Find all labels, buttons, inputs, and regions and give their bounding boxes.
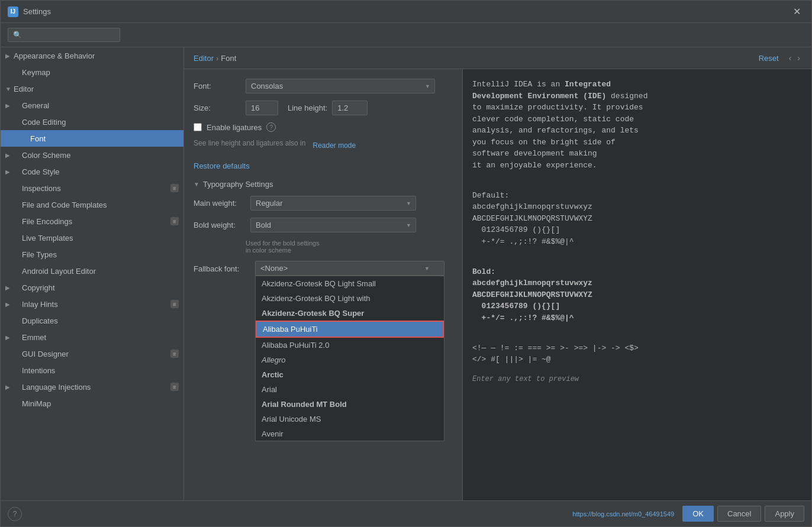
dropdown-item-selected[interactable]: Alibaba PuHuiTi: [256, 321, 444, 338]
bold-hint: Used for the bold settings in color sche…: [246, 240, 453, 254]
fallback-font-select[interactable]: <None> ▼: [255, 261, 444, 276]
sidebar-item-font[interactable]: Font: [1, 130, 183, 147]
expand-arrow-icon: ▶: [5, 53, 14, 59]
expand-arrow-icon: ▶: [5, 102, 14, 109]
bold-weight-select[interactable]: Bold: [250, 218, 416, 232]
dropdown-item[interactable]: Arial Rounded MT Bold: [256, 397, 444, 412]
sidebar-item-keymap[interactable]: Keymap: [1, 64, 183, 80]
bold-hint-line2: in color scheme: [246, 247, 453, 254]
preview-default: Default: abcdefghijklmnopqrstuvwxyz ABCD…: [472, 178, 802, 247]
sidebar-item-label: Font: [30, 134, 46, 143]
help-icon[interactable]: ?: [266, 122, 276, 132]
sidebar-item-emmet[interactable]: ▶ Emmet: [1, 329, 183, 345]
close-button[interactable]: ✕: [790, 5, 804, 18]
sidebar-item-label: MiniMap: [22, 399, 51, 408]
expand-arrow-icon: ▶: [5, 284, 14, 291]
restore-defaults-link[interactable]: Restore defaults: [194, 161, 250, 170]
search-bar: [1, 23, 811, 47]
sidebar-item-file-encodings[interactable]: File Encodings ≡: [1, 213, 183, 229]
search-input[interactable]: [8, 28, 120, 42]
sidebar-item-label: Android Layout Editor: [22, 267, 96, 276]
sidebar-item-label: File Types: [22, 250, 57, 259]
sidebar-item-live-templates[interactable]: Live Templates: [1, 229, 183, 246]
dropdown-item[interactable]: Alibaba PuHuiTi 2.0: [256, 338, 444, 353]
sidebar-item-language-injections[interactable]: ▶ Language Injections ≡: [1, 379, 183, 395]
sidebar-item-minimap[interactable]: MiniMap: [1, 395, 183, 412]
sidebar-item-color-scheme[interactable]: ▶ Color Scheme: [1, 147, 183, 163]
sidebar-item-inspections[interactable]: Inspections ≡: [1, 180, 183, 196]
sidebar-item-label: Emmet: [22, 333, 46, 342]
main-weight-select[interactable]: Regular: [250, 196, 416, 211]
font-label: Font:: [194, 82, 241, 90]
size-input[interactable]: [246, 101, 278, 115]
fallback-font-container: <None> ▼ Akzidenz-Grotesk BQ Light Small…: [255, 261, 444, 276]
sidebar-item-label: Keymap: [22, 68, 50, 77]
sidebar-item-label: Duplicates: [22, 316, 58, 325]
font-row: Font: Consolas: [194, 79, 453, 93]
dialog-title: Settings: [23, 7, 790, 16]
preview-footer: Enter any text to preview: [472, 375, 802, 383]
sidebar-item-editor[interactable]: ▼ Editor: [1, 80, 183, 97]
main-panel: Editor › Font Reset ‹ ›: [184, 47, 811, 500]
sidebar-item-label: Intentions: [22, 366, 55, 375]
dropdown-item[interactable]: Allegro: [256, 353, 444, 367]
reader-mode-link[interactable]: Reader mode: [312, 141, 356, 150]
sidebar-item-general[interactable]: ▶ General: [1, 97, 183, 114]
font-select[interactable]: Consolas: [246, 79, 435, 93]
fallback-font-value: <None>: [260, 264, 288, 273]
sidebar-item-file-types[interactable]: File Types: [1, 246, 183, 263]
sidebar-item-appearance-behavior[interactable]: ▶ Appearance & Behavior: [1, 47, 183, 64]
dropdown-item[interactable]: Akzidenz-Grotesk BQ Super: [256, 306, 444, 321]
preview-panel: IntelliJ IDEA is an Integrated Developme…: [462, 69, 811, 500]
dropdown-arrow-icon: ▼: [424, 266, 430, 271]
sidebar-item-code-editing[interactable]: Code Editing: [1, 114, 183, 130]
line-height-input[interactable]: [332, 101, 368, 115]
main-weight-select-wrapper: Regular: [250, 196, 416, 211]
dropdown-item[interactable]: Arctic: [256, 367, 444, 382]
dropdown-item[interactable]: Arial Unicode MS: [256, 412, 444, 426]
bold-weight-select-wrapper: Bold: [250, 218, 416, 232]
sidebar-item-file-code-templates[interactable]: File and Code Templates: [1, 196, 183, 213]
sidebar-item-duplicates[interactable]: Duplicates: [1, 312, 183, 329]
dropdown-item[interactable]: Arial: [256, 382, 444, 397]
sidebar-item-inlay-hints[interactable]: ▶ Inlay Hints ≡: [1, 296, 183, 312]
dropdown-item[interactable]: Akzidenz-Grotesk BQ Light Small: [256, 276, 444, 291]
settings-badge: ≡: [170, 217, 179, 225]
enable-ligatures-checkbox[interactable]: [194, 123, 202, 131]
apply-button[interactable]: Apply: [765, 506, 804, 522]
breadcrumb-parent[interactable]: Editor: [194, 54, 214, 63]
sidebar-item-code-style[interactable]: ▶ Code Style: [1, 163, 183, 180]
content-area: ▶ Appearance & Behavior Keymap ▼ Editor …: [1, 47, 811, 500]
main-content: Font: Consolas Size: Line height:: [184, 69, 811, 500]
font-select-wrapper: Consolas: [246, 79, 435, 93]
nav-back-button[interactable]: ‹: [787, 53, 794, 63]
enable-ligatures-label: Enable ligatures: [207, 123, 262, 132]
nav-forward-button[interactable]: ›: [795, 53, 802, 63]
reader-mode-hint-row: See line height and ligatures also in Re…: [194, 139, 453, 152]
typography-section-header: ▼ Typography Settings: [194, 180, 453, 189]
preview-bold: Bold: abcdefghijklmnopqrstuvwxyz ABCDEFG…: [472, 254, 802, 324]
section-toggle-icon[interactable]: ▼: [194, 181, 199, 187]
dropdown-item[interactable]: Avenir: [256, 426, 444, 441]
ligatures-row: Enable ligatures ?: [194, 122, 453, 132]
bold-weight-row: Bold weight: Bold: [194, 218, 453, 232]
dropdown-item[interactable]: Akzidenz-Grotesk BQ Light with: [256, 291, 444, 306]
sidebar-item-label: Language Injections: [22, 383, 91, 392]
ok-button[interactable]: OK: [682, 506, 714, 522]
sidebar-item-label: Color Scheme: [22, 151, 70, 160]
sidebar-item-label: Inlay Hints: [22, 300, 58, 309]
reset-link[interactable]: Reset: [759, 54, 779, 63]
header-right: Reset ‹ ›: [759, 53, 802, 63]
cancel-button[interactable]: Cancel: [717, 506, 761, 522]
help-button[interactable]: ?: [8, 507, 22, 521]
sidebar-item-gui-designer[interactable]: GUI Designer ≡: [1, 345, 183, 362]
sidebar-item-intentions[interactable]: Intentions: [1, 362, 183, 379]
sidebar-item-android-layout-editor[interactable]: Android Layout Editor: [1, 263, 183, 279]
sidebar-item-label: File and Code Templates: [22, 201, 107, 209]
breadcrumb-separator: ›: [216, 54, 218, 63]
sidebar-item-copyright[interactable]: ▶ Copyright: [1, 279, 183, 296]
sidebar-item-label: General: [22, 101, 49, 110]
expand-arrow-icon: ▶: [5, 152, 14, 159]
settings-badge: ≡: [170, 383, 179, 391]
app-icon: IJ: [8, 7, 18, 17]
